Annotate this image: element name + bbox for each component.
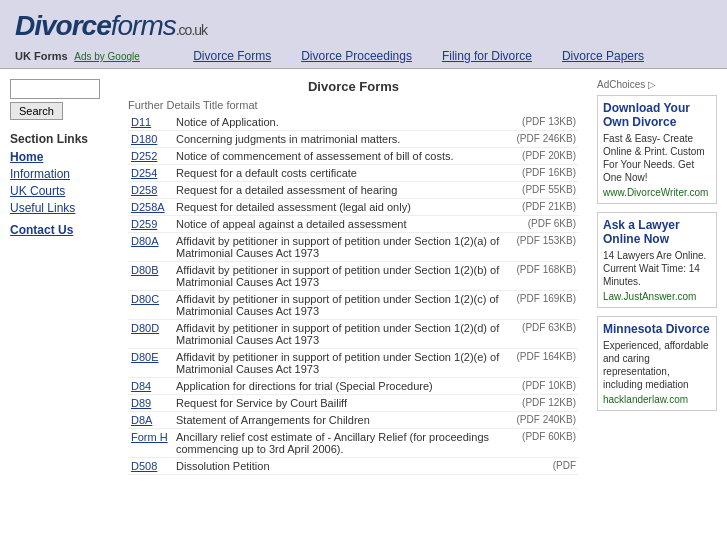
form-code-13[interactable]: D89 (128, 395, 173, 412)
form-pdf-10[interactable]: (PDF 63KB) (514, 320, 579, 349)
form-desc-2: Notice of commencement of assessement of… (173, 148, 514, 165)
nav-divorce-papers[interactable]: Divorce Papers (562, 49, 644, 63)
form-pdf-3[interactable]: (PDF 16KB) (514, 165, 579, 182)
form-pdf-1[interactable]: (PDF 246KB) (514, 131, 579, 148)
nav-filing-for-divorce[interactable]: Filing for Divorce (442, 49, 532, 63)
form-pdf-9[interactable]: (PDF 169KB) (514, 291, 579, 320)
form-code-2[interactable]: D252 (128, 148, 173, 165)
ad-sidebar: AdChoices ▷ Download Your Own Divorce Fa… (592, 74, 722, 480)
form-desc-0: Notice of Application. (173, 114, 514, 131)
sidebar-item-home[interactable]: Home (10, 150, 110, 164)
form-desc-3: Request for a default costs certificate (173, 165, 514, 182)
content-area: Divorce Forms Further Details Title form… (120, 74, 587, 480)
form-code-16[interactable]: D508 (128, 458, 173, 475)
table-row: D11 Notice of Application. (PDF 13KB) (128, 114, 579, 131)
form-pdf-13[interactable]: (PDF 12KB) (514, 395, 579, 412)
ad-url-1[interactable]: Law.JustAnswer.com (603, 291, 711, 302)
form-code-14[interactable]: D8A (128, 412, 173, 429)
ad-block-1: Ask a Lawyer Online Now 14 Lawyers Are O… (597, 212, 717, 308)
form-code-5[interactable]: D258A (128, 199, 173, 216)
form-pdf-15[interactable]: (PDF 60KB) (514, 429, 579, 458)
form-desc-5: Request for detailed assessment (legal a… (173, 199, 514, 216)
sidebar-item-information[interactable]: Information (10, 167, 110, 181)
form-desc-12: Application for directions for trial (Sp… (173, 378, 514, 395)
form-code-9[interactable]: D80C (128, 291, 173, 320)
ad-body-2: Experienced, affordable and caring repre… (603, 339, 711, 391)
form-code-1[interactable]: D180 (128, 131, 173, 148)
form-desc-16: Dissolution Petition (173, 458, 514, 475)
form-code-8[interactable]: D80B (128, 262, 173, 291)
form-code-7[interactable]: D80A (128, 233, 173, 262)
table-row: D8A Statement of Arrangements for Childr… (128, 412, 579, 429)
content-title: Divorce Forms (128, 79, 579, 94)
sidebar-item-uk-courts[interactable]: UK Courts (10, 184, 110, 198)
nav-links: Divorce Forms Divorce Proceedings Filing… (193, 49, 644, 63)
form-pdf-11[interactable]: (PDF 164KB) (514, 349, 579, 378)
table-row: D258 Request for a detailed assessment o… (128, 182, 579, 199)
table-row: D180 Concerning judgments in matrimonial… (128, 131, 579, 148)
table-row: D89 Request for Service by Court Bailiff… (128, 395, 579, 412)
form-pdf-12[interactable]: (PDF 10KB) (514, 378, 579, 395)
table-row: D84 Application for directions for trial… (128, 378, 579, 395)
site-logo: Divorceforms.co.uk (15, 10, 712, 42)
form-pdf-2[interactable]: (PDF 20KB) (514, 148, 579, 165)
nav-bar: UK Forms Ads by Google Divorce Forms Div… (0, 47, 727, 69)
form-desc-15: Ancillary relief cost estimate of - Anci… (173, 429, 514, 458)
logo-divorce: Divorce (15, 10, 111, 41)
form-code-11[interactable]: D80E (128, 349, 173, 378)
table-row: D259 Notice of appeal against a detailed… (128, 216, 579, 233)
form-desc-4: Request for a detailed assessment of hea… (173, 182, 514, 199)
ad-title-2[interactable]: Minnesota Divorce (603, 322, 711, 336)
further-details: Further Details Title format (128, 99, 579, 111)
form-pdf-4[interactable]: (PDF 55KB) (514, 182, 579, 199)
forms-table: D11 Notice of Application. (PDF 13KB) D1… (128, 114, 579, 475)
section-links-title: Section Links (10, 132, 110, 146)
uk-forms-label: UK Forms (15, 50, 68, 62)
form-desc-7: Affidavit by petitioner in support of pe… (173, 233, 514, 262)
form-code-15[interactable]: Form H (128, 429, 173, 458)
ad-title-0[interactable]: Download Your Own Divorce (603, 101, 711, 129)
form-code-0[interactable]: D11 (128, 114, 173, 131)
ad-body-0: Fast & Easy- Create Online & Print. Cust… (603, 132, 711, 184)
table-row: D80B Affidavit by petitioner in support … (128, 262, 579, 291)
ad-title-1[interactable]: Ask a Lawyer Online Now (603, 218, 711, 246)
ad-url-2[interactable]: hacklanderlaw.com (603, 394, 711, 405)
table-row: D252 Notice of commencement of assesseme… (128, 148, 579, 165)
form-desc-11: Affidavit by petitioner in support of pe… (173, 349, 514, 378)
table-row: Form H Ancillary relief cost estimate of… (128, 429, 579, 458)
table-row: D258A Request for detailed assessment (l… (128, 199, 579, 216)
table-row: D254 Request for a default costs certifi… (128, 165, 579, 182)
form-pdf-5[interactable]: (PDF 21KB) (514, 199, 579, 216)
form-desc-1: Concerning judgments in matrimonial matt… (173, 131, 514, 148)
form-code-12[interactable]: D84 (128, 378, 173, 395)
ad-block-0: Download Your Own Divorce Fast & Easy- C… (597, 95, 717, 204)
ads-by-google-label[interactable]: Ads by Google (74, 51, 140, 62)
nav-divorce-forms[interactable]: Divorce Forms (193, 49, 271, 63)
contact-us-link[interactable]: Contact Us (10, 223, 110, 237)
form-code-6[interactable]: D259 (128, 216, 173, 233)
ad-block-2: Minnesota Divorce Experienced, affordabl… (597, 316, 717, 411)
nav-divorce-proceedings[interactable]: Divorce Proceedings (301, 49, 412, 63)
search-input[interactable] (10, 79, 100, 99)
form-desc-8: Affidavit by petitioner in support of pe… (173, 262, 514, 291)
sidebar: Search Section Links Home Information UK… (5, 74, 115, 480)
form-pdf-8[interactable]: (PDF 168KB) (514, 262, 579, 291)
logo-forms: forms (111, 10, 176, 41)
table-row: D80C Affidavit by petitioner in support … (128, 291, 579, 320)
form-pdf-7[interactable]: (PDF 153KB) (514, 233, 579, 262)
table-row: D80D Affidavit by petitioner in support … (128, 320, 579, 349)
form-pdf-6[interactable]: (PDF 6KB) (514, 216, 579, 233)
form-desc-6: Notice of appeal against a detailed asse… (173, 216, 514, 233)
form-pdf-14[interactable]: (PDF 240KB) (514, 412, 579, 429)
search-button[interactable]: Search (10, 102, 63, 120)
form-desc-9: Affidavit by petitioner in support of pe… (173, 291, 514, 320)
form-code-10[interactable]: D80D (128, 320, 173, 349)
ad-url-0[interactable]: www.DivorceWriter.com (603, 187, 711, 198)
form-desc-13: Request for Service by Court Bailiff (173, 395, 514, 412)
form-code-4[interactable]: D258 (128, 182, 173, 199)
sidebar-item-useful-links[interactable]: Useful Links (10, 201, 110, 215)
form-code-3[interactable]: D254 (128, 165, 173, 182)
form-pdf-16[interactable]: (PDF (514, 458, 579, 475)
table-row: D80E Affidavit by petitioner in support … (128, 349, 579, 378)
form-pdf-0[interactable]: (PDF 13KB) (514, 114, 579, 131)
